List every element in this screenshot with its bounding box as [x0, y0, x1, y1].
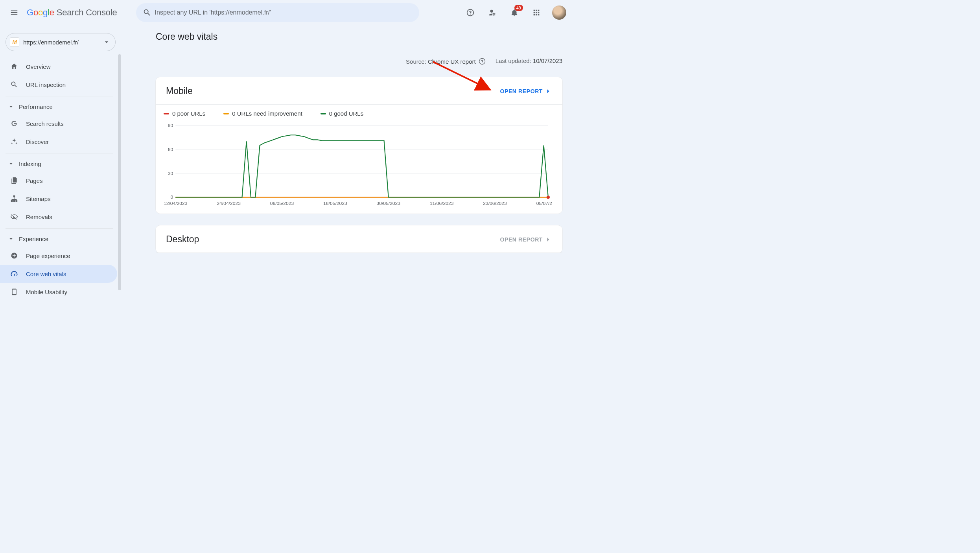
nav-discover[interactable]: Discover — [0, 133, 117, 151]
home-icon — [9, 63, 19, 70]
nav-page-experience[interactable]: Page experience — [0, 247, 117, 265]
svg-text:05/07/2023: 05/07/2023 — [536, 201, 552, 206]
search-input[interactable] — [155, 9, 416, 16]
app-header: Google Search Console 49 — [0, 0, 573, 25]
help-icon[interactable] — [478, 57, 486, 65]
menu-button[interactable] — [5, 3, 24, 22]
nav-separator — [6, 153, 113, 153]
chart-mobile: 030609012/04/202324/04/202306/05/202318/… — [156, 119, 562, 214]
main-content: Core web vitals Source: Chrome UX report… — [120, 25, 573, 323]
legend-poor: 0 poor URLs — [164, 110, 205, 117]
property-selector[interactable]: M https://enmodemel.fr/ — [6, 33, 116, 51]
open-report-desktop[interactable]: OPEN REPORT — [500, 236, 552, 243]
google-wordmark: Google — [27, 7, 54, 18]
apps-grid-icon — [532, 8, 541, 17]
help-button[interactable] — [461, 3, 480, 22]
pages-icon — [9, 177, 19, 184]
svg-text:18/05/2023: 18/05/2023 — [323, 201, 347, 206]
nav-section-indexing[interactable]: Indexing — [0, 156, 120, 171]
last-updated: Last updated: 10/07/2023 — [496, 57, 562, 65]
chevron-down-icon — [7, 160, 15, 168]
url-inspect-search[interactable] — [136, 3, 419, 22]
nav-label: Search results — [26, 120, 64, 127]
svg-text:11/06/2023: 11/06/2023 — [430, 201, 454, 206]
nav-removals[interactable]: Removals — [0, 208, 117, 226]
users-settings-button[interactable] — [483, 3, 502, 22]
chevron-down-icon — [103, 38, 111, 46]
sidebar-scrollbar[interactable] — [118, 54, 121, 290]
chevron-down-icon — [7, 103, 15, 111]
chart-legend: 0 poor URLs 0 URLs need improvement 0 go… — [156, 105, 562, 119]
nav-label: URL inspection — [26, 81, 66, 88]
nav-sitemaps[interactable]: Sitemaps — [0, 190, 117, 208]
property-url: https://enmodemel.fr/ — [23, 39, 99, 46]
search-icon — [9, 81, 19, 88]
nav-label: Mobile Usability — [26, 289, 67, 295]
product-name: Search Console — [57, 7, 117, 18]
chevron-down-icon — [7, 235, 15, 243]
nav-section-experience[interactable]: Experience — [0, 231, 120, 247]
circle-plus-icon — [9, 252, 19, 260]
nav-separator — [6, 228, 113, 229]
meta-row: Source: Chrome UX report Last updated: 1… — [156, 57, 573, 77]
speed-icon — [9, 270, 19, 278]
swatch-need — [223, 113, 229, 114]
notifications-button[interactable]: 49 — [505, 3, 524, 22]
help-icon — [466, 8, 475, 17]
svg-text:90: 90 — [168, 123, 173, 128]
divider — [156, 253, 562, 253]
notification-badge: 49 — [514, 5, 523, 11]
sidebar: M https://enmodemel.fr/ Overview URL ins… — [0, 25, 120, 323]
swatch-poor — [164, 113, 169, 114]
card-title: Desktop — [166, 234, 199, 245]
search-icon — [139, 8, 155, 17]
nav-label: Core web vitals — [26, 271, 66, 277]
svg-text:0: 0 — [170, 195, 173, 200]
card-desktop: Desktop OPEN REPORT — [156, 225, 562, 253]
nav-search-results[interactable]: Search results — [0, 114, 117, 133]
nav-label: Overview — [26, 63, 51, 70]
apps-button[interactable] — [527, 3, 546, 22]
svg-text:06/05/2023: 06/05/2023 — [270, 201, 294, 206]
product-logo[interactable]: Google Search Console — [27, 7, 117, 18]
divider — [156, 51, 573, 51]
smartphone-icon — [9, 288, 19, 296]
nav-label: Pages — [26, 177, 43, 184]
open-report-mobile[interactable]: OPEN REPORT — [500, 87, 552, 95]
property-favicon: M — [10, 37, 19, 47]
svg-text:24/04/2023: 24/04/2023 — [217, 201, 241, 206]
nav-section-performance[interactable]: Performance — [0, 99, 120, 114]
sitemap-icon — [9, 195, 19, 203]
nav-label: Discover — [26, 138, 49, 145]
chevron-right-icon — [544, 236, 552, 243]
account-avatar[interactable] — [552, 6, 566, 20]
nav-label: Removals — [26, 214, 52, 220]
svg-text:12/04/2023: 12/04/2023 — [164, 201, 188, 206]
discover-icon — [9, 138, 19, 146]
svg-text:30: 30 — [168, 171, 173, 176]
swatch-good — [321, 113, 326, 114]
svg-text:30/05/2023: 30/05/2023 — [377, 201, 401, 206]
visibility-off-icon — [9, 213, 19, 221]
nav-core-web-vitals[interactable]: Core web vitals — [0, 265, 117, 283]
nav-overview[interactable]: Overview — [0, 57, 117, 76]
legend-good: 0 good URLs — [321, 110, 364, 117]
svg-point-18 — [547, 196, 550, 199]
google-g-icon — [9, 120, 19, 127]
nav-mobile-usability[interactable]: Mobile Usability — [0, 283, 117, 301]
source-info: Source: Chrome UX report — [406, 57, 486, 65]
svg-text:60: 60 — [168, 147, 173, 152]
legend-need-improvement: 0 URLs need improvement — [223, 110, 302, 117]
svg-text:23/06/2023: 23/06/2023 — [483, 201, 507, 206]
page-title: Core web vitals — [156, 31, 573, 51]
nav-section-label: Experience — [19, 236, 48, 242]
nav-separator — [6, 96, 113, 96]
nav-label: Sitemaps — [26, 195, 51, 202]
nav-url-inspection[interactable]: URL inspection — [0, 76, 117, 94]
nav-pages[interactable]: Pages — [0, 171, 117, 190]
nav-section-label: Performance — [19, 103, 53, 110]
person-gear-icon — [488, 8, 497, 17]
hamburger-icon — [10, 8, 18, 17]
card-title: Mobile — [166, 86, 193, 96]
header-actions: 49 — [461, 3, 566, 22]
